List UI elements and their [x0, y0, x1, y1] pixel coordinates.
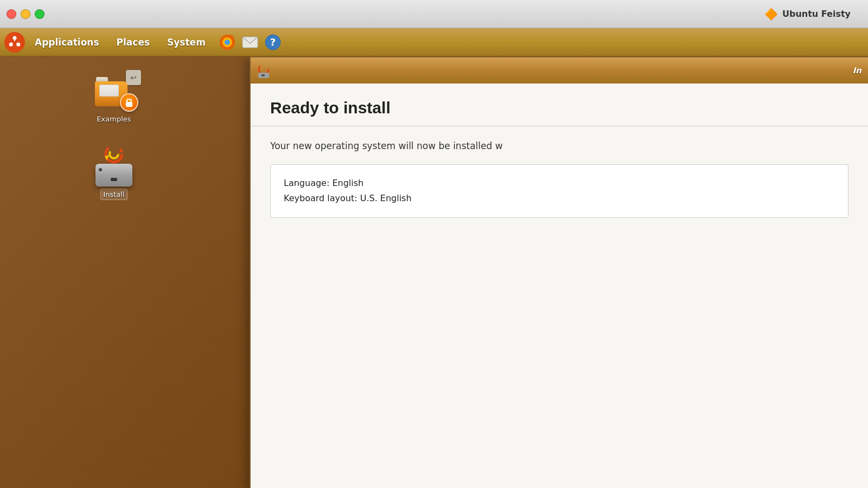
- window-controls: [7, 9, 44, 19]
- gnome-panel: Applications Places System ?: [0, 28, 868, 56]
- install-icon[interactable]: Install: [87, 143, 141, 200]
- language-detail: Language: English: [284, 176, 835, 191]
- svg-point-1: [13, 36, 17, 40]
- svg-point-6: [225, 40, 230, 45]
- installer-header: Ready to install: [251, 84, 868, 126]
- svg-text:?: ?: [270, 36, 276, 48]
- firefox-icon[interactable]: [218, 33, 237, 52]
- svg-rect-17: [261, 74, 265, 76]
- svg-point-14: [110, 150, 118, 158]
- title-bar: 🔶 Ubuntu Feisty: [0, 0, 868, 28]
- install-label: Install: [100, 189, 127, 200]
- help-icon[interactable]: ?: [263, 33, 283, 52]
- lock-badge: [120, 93, 138, 112]
- installer-titlebar: In: [251, 57, 868, 84]
- hdd-icon: [95, 164, 132, 187]
- maximize-button[interactable]: [35, 9, 44, 19]
- window-title: 🔶 Ubuntu Feisty: [44, 8, 861, 21]
- menu-system[interactable]: System: [159, 34, 213, 51]
- installer-disk-icon: [257, 62, 275, 79]
- panel-icons: ?: [218, 33, 283, 52]
- menu-applications[interactable]: Applications: [27, 34, 107, 51]
- installer-details-box: Language: English Keyboard layout: U.S. …: [270, 164, 848, 219]
- title-text: Ubuntu Feisty: [782, 9, 851, 19]
- menu-places[interactable]: Places: [109, 34, 157, 51]
- svg-rect-10: [126, 102, 132, 107]
- mail-icon[interactable]: [240, 33, 260, 52]
- installer-window: In Ready to install Your new operating s…: [250, 56, 868, 488]
- minimize-button[interactable]: [21, 9, 30, 19]
- svg-marker-12: [119, 147, 123, 153]
- ubuntu-swirl-icon: [100, 143, 127, 166]
- close-button[interactable]: [7, 9, 16, 19]
- examples-icon[interactable]: ↩ Examples: [87, 73, 141, 124]
- installer-title: In: [280, 66, 861, 75]
- ubuntu-logo[interactable]: [4, 32, 25, 53]
- desktop: ↩ Examples: [0, 56, 868, 488]
- installer-body: Your new operating system will now be in…: [251, 126, 868, 488]
- installer-heading: Ready to install: [270, 99, 848, 117]
- installer-description: Your new operating system will now be in…: [270, 139, 848, 153]
- examples-label: Examples: [94, 114, 133, 124]
- installer-content: Ready to install Your new operating syst…: [251, 84, 868, 488]
- keyboard-detail: Keyboard layout: U.S. English: [284, 191, 835, 207]
- symlink-badge: ↩: [126, 70, 141, 85]
- svg-point-11: [106, 146, 122, 162]
